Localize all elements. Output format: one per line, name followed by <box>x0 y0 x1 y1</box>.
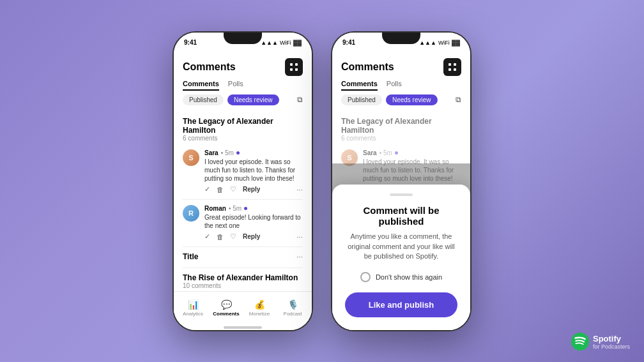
nav-analytics-1[interactable]: 📊 Analytics <box>176 299 210 317</box>
more-icon-roman[interactable]: ··· <box>296 232 303 241</box>
spotify-name: Spotify <box>593 334 621 343</box>
reply-button-sara[interactable]: Reply <box>243 186 260 193</box>
signal-icon-2: ▲▲▲ <box>419 40 436 46</box>
header-row: Comments <box>183 58 303 76</box>
svg-rect-6 <box>448 68 451 71</box>
modal-sheet: Comment will be published Anytime you li… <box>332 185 470 329</box>
signal-icon: ▲▲▲ <box>261 40 278 46</box>
phone-content-2: Comments Comments Polls Published Needs … <box>332 53 470 330</box>
trash-icon-roman[interactable]: 🗑 <box>217 233 224 241</box>
pill-published-1[interactable]: Published <box>183 94 224 105</box>
divider-2 <box>183 246 303 247</box>
heart-icon-roman[interactable]: ♡ <box>230 232 236 241</box>
nav-comments-1[interactable]: 💬 Comments <box>210 299 243 317</box>
settings-icon-2 <box>447 62 457 72</box>
comment-actions-roman: ✓ 🗑 ♡ Reply ··· <box>183 232 303 241</box>
header-settings-button[interactable] <box>285 58 303 76</box>
comment-text-sara: I loved your episode. It was so much fun… <box>204 158 303 183</box>
comment-meta-sara-2: Sara • 5m <box>363 149 461 156</box>
comment-header-sara: S Sara • 5m I loved your episode. It was… <box>183 149 303 183</box>
filter-row-2: Published Needs review ⧉ <box>341 94 461 105</box>
tab-polls-2[interactable]: Polls <box>387 80 402 91</box>
status-bar-2: 9:41 ▲▲▲ WiFi ▓▓ <box>332 33 470 53</box>
phone-content-1: Comments Comments Polls Published Needs … <box>174 53 312 330</box>
tab-comments-1[interactable]: Comments <box>183 80 219 91</box>
comment-body-roman: Roman • 5m Great episode! Looking forwar… <box>204 205 303 230</box>
nav-monetize-label: Monetize <box>249 311 270 317</box>
comment-header-roman: R Roman • 5m Great episode! Looking forw… <box>183 205 303 230</box>
status-icons-1: ▲▲▲ WiFi ▓▓ <box>261 40 302 46</box>
pill-needs-review-2[interactable]: Needs review <box>386 94 438 105</box>
svg-rect-1 <box>295 63 298 66</box>
header-settings-button-2[interactable] <box>443 58 461 76</box>
phones-container: 9:41 ▲▲▲ WiFi ▓▓ Comments Comments Polls <box>172 31 471 331</box>
page-title-2: Comments <box>341 61 394 73</box>
comment-actions-sara: ✓ 🗑 ♡ Reply ··· <box>183 185 303 194</box>
svg-rect-4 <box>448 63 451 66</box>
pill-needs-review-1[interactable]: Needs review <box>227 94 279 105</box>
divider-1 <box>183 199 303 200</box>
filter-icon-1[interactable]: ⧉ <box>297 95 303 104</box>
comment-time-sara: • 5m <box>221 149 234 156</box>
avatar-img-roman: R <box>183 205 199 222</box>
new-dot-sara-2 <box>395 151 398 155</box>
notch-2 <box>382 33 420 44</box>
episode-count-3: 10 comments <box>183 282 303 289</box>
bottom-nav-1: 📊 Analytics 💬 Comments 💰 Monetize 🎙️ Pod… <box>174 291 312 324</box>
episode-section-2-1: The Legacy of Alexander Hamilton 6 comme… <box>332 113 470 146</box>
episode-section-1: The Legacy of Alexander Hamilton 6 comme… <box>174 113 312 146</box>
episode-title-2: Title <box>183 252 198 261</box>
spotify-text-container: Spotify for Podcasters <box>593 334 630 350</box>
nav-analytics-label: Analytics <box>183 311 203 317</box>
new-dot-roman <box>244 207 247 210</box>
avatar-sara: S <box>183 149 199 166</box>
more-section-2[interactable]: ··· <box>296 252 303 261</box>
dont-show-checkbox[interactable] <box>360 272 371 282</box>
svg-rect-0 <box>290 63 293 66</box>
filter-icon-2[interactable]: ⧉ <box>456 95 461 104</box>
svg-point-8 <box>571 333 589 351</box>
trash-icon-sara[interactable]: 🗑 <box>217 186 224 193</box>
comment-item-roman: R Roman • 5m Great episode! Looking forw… <box>174 201 312 245</box>
comments-icon: 💬 <box>221 299 232 310</box>
more-icon-sara[interactable]: ··· <box>296 185 303 194</box>
scroll-area-1[interactable]: The Legacy of Alexander Hamilton 6 comme… <box>174 110 312 291</box>
tabs-row-1: Comments Polls <box>183 80 303 91</box>
phone-1: 9:41 ▲▲▲ WiFi ▓▓ Comments Comments Polls <box>172 31 313 331</box>
new-dot-sara <box>236 151 240 155</box>
episode-title-1: The Legacy of Alexander Hamilton <box>183 117 303 135</box>
modal-title: Comment will be published <box>345 205 457 227</box>
nav-comments-label: Comments <box>213 311 239 317</box>
status-icons-2: ▲▲▲ WiFi ▓▓ <box>419 40 460 46</box>
dont-show-label: Don't show this again <box>376 273 442 281</box>
episode-count-2-1: 6 comments <box>341 135 461 142</box>
tab-comments-2[interactable]: Comments <box>341 80 378 91</box>
comment-author-sara-2: Sara <box>363 149 377 156</box>
tabs-row-2: Comments Polls <box>341 80 461 91</box>
podcast-icon: 🎙️ <box>288 299 298 310</box>
app-header-1: Comments Comments Polls Published Needs … <box>174 53 312 110</box>
status-bar-1: 9:41 ▲▲▲ WiFi ▓▓ <box>174 33 312 53</box>
reply-button-roman[interactable]: Reply <box>243 233 260 240</box>
comment-author-sara: Sara <box>204 149 218 156</box>
episode-title-3: The Rise of Alexander Hamilton <box>183 273 303 282</box>
page-title-1: Comments <box>183 61 236 73</box>
app-header-2: Comments Comments Polls Published Needs … <box>332 53 470 110</box>
tab-polls-1[interactable]: Polls <box>228 80 243 91</box>
nav-podcast-label: Podcast <box>284 311 302 317</box>
nav-monetize-1[interactable]: 💰 Monetize <box>243 299 276 317</box>
check-icon-sara[interactable]: ✓ <box>204 185 210 193</box>
header-row-2: Comments <box>341 58 461 76</box>
nav-podcast-1[interactable]: 🎙️ Podcast <box>276 299 309 317</box>
comment-author-roman: Roman <box>204 205 226 212</box>
svg-rect-2 <box>290 68 293 71</box>
heart-icon-sara[interactable]: ♡ <box>230 185 236 193</box>
notch-1 <box>224 33 262 44</box>
settings-icon <box>289 62 299 72</box>
pill-published-2[interactable]: Published <box>341 94 382 105</box>
like-and-publish-button[interactable]: Like and publish <box>345 292 457 317</box>
svg-rect-5 <box>454 63 456 66</box>
comment-time-sara-2: • 5m <box>379 149 392 156</box>
episode-section-3: The Rise of Alexander Hamilton 10 commen… <box>174 269 312 291</box>
check-icon-roman[interactable]: ✓ <box>204 232 210 241</box>
